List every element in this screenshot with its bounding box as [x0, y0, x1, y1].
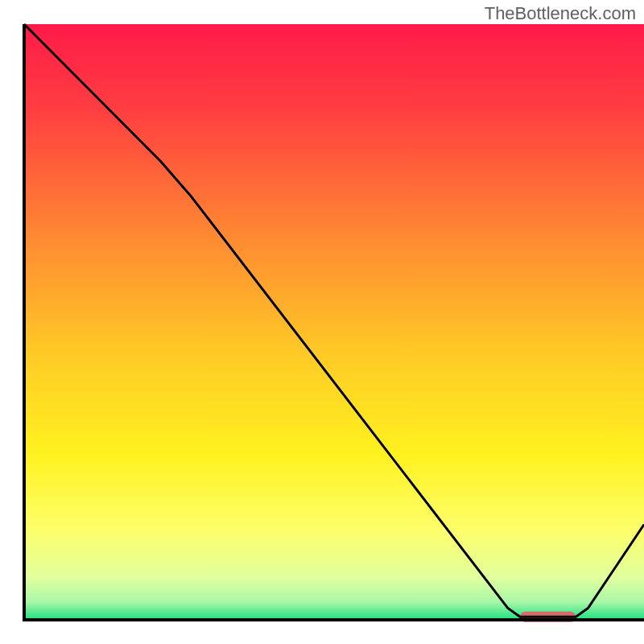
bottleneck-chart: TheBottleneck.com	[0, 0, 644, 644]
chart-svg	[0, 0, 644, 644]
watermark-text: TheBottleneck.com	[485, 3, 636, 24]
gradient-background	[24, 24, 644, 620]
